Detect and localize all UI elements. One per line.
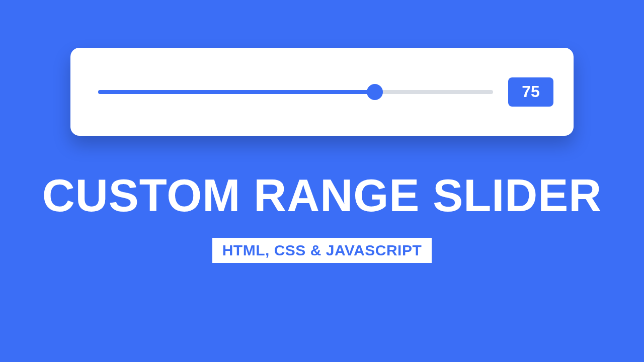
slider-value-display: 75	[508, 77, 553, 107]
slider-fill	[98, 90, 375, 94]
page-title: CUSTOM RANGE SLIDER	[42, 172, 602, 220]
subtitle-pill: HTML, CSS & JAVASCRIPT	[212, 238, 432, 263]
range-slider[interactable]	[98, 83, 493, 101]
slider-card: 75	[70, 48, 574, 136]
slider-thumb[interactable]	[367, 84, 383, 100]
